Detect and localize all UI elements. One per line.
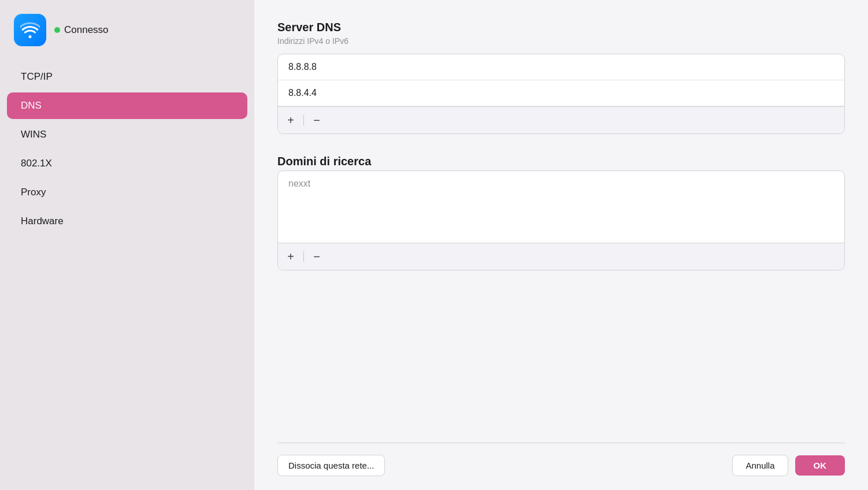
domains-toolbar: + −: [278, 243, 844, 270]
sidebar-header: Connesso: [0, 14, 254, 62]
sidebar-item-8021x[interactable]: 802.1X: [7, 150, 247, 177]
domains-list-container: nexxt + −: [277, 170, 845, 270]
domains-remove-button[interactable]: −: [304, 248, 329, 265]
status-dot: [54, 27, 60, 33]
sidebar-item-wins[interactable]: WINS: [7, 121, 247, 148]
domains-add-button[interactable]: +: [278, 248, 303, 265]
scroll-area[interactable]: Server DNS Indirizzi IPv4 o IPv6 8.8.8.8…: [277, 21, 845, 433]
dns-remove-button[interactable]: −: [304, 112, 329, 129]
wifi-svg: [20, 20, 40, 40]
wifi-icon: [14, 14, 46, 46]
domains-empty-area: [278, 196, 844, 243]
action-buttons: Annulla OK: [732, 455, 845, 476]
dns-section-subtitle: Indirizzi IPv4 o IPv6: [277, 36, 845, 46]
sidebar-item-proxy[interactable]: Proxy: [7, 179, 247, 206]
sidebar-item-dns[interactable]: DNS: [7, 92, 247, 119]
connection-status: Connesso: [54, 24, 109, 36]
status-label: Connesso: [64, 24, 109, 36]
nav-list: TCP/IP DNS WINS 802.1X Proxy Hardware: [0, 62, 254, 236]
dns-add-button[interactable]: +: [278, 112, 303, 129]
sidebar-item-tcp-ip[interactable]: TCP/IP: [7, 64, 247, 90]
bottom-bar: Dissocia questa rete... Annulla OK: [277, 443, 845, 490]
dns-server-section: Server DNS Indirizzi IPv4 o IPv6 8.8.8.8…: [277, 21, 845, 134]
domains-section-title: Domini di ricerca: [277, 155, 845, 168]
ok-button[interactable]: OK: [795, 455, 845, 476]
dns-section-title: Server DNS: [277, 21, 845, 34]
sidebar: Connesso TCP/IP DNS WINS 802.1X Proxy Ha…: [0, 0, 254, 490]
domain-entry-1[interactable]: nexxt: [278, 171, 844, 196]
sidebar-item-hardware[interactable]: Hardware: [7, 208, 247, 235]
annulla-button[interactable]: Annulla: [732, 455, 788, 476]
search-domains-section: Domini di ricerca nexxt + −: [277, 155, 845, 270]
dissocia-button[interactable]: Dissocia questa rete...: [277, 455, 385, 476]
dns-list-container: 8.8.8.8 8.8.4.4 + −: [277, 54, 845, 134]
main-content: Server DNS Indirizzi IPv4 o IPv6 8.8.8.8…: [254, 0, 868, 490]
dns-entry-1[interactable]: 8.8.8.8: [278, 54, 844, 80]
dns-toolbar: + −: [278, 106, 844, 133]
dns-entry-2[interactable]: 8.8.4.4: [278, 80, 844, 106]
